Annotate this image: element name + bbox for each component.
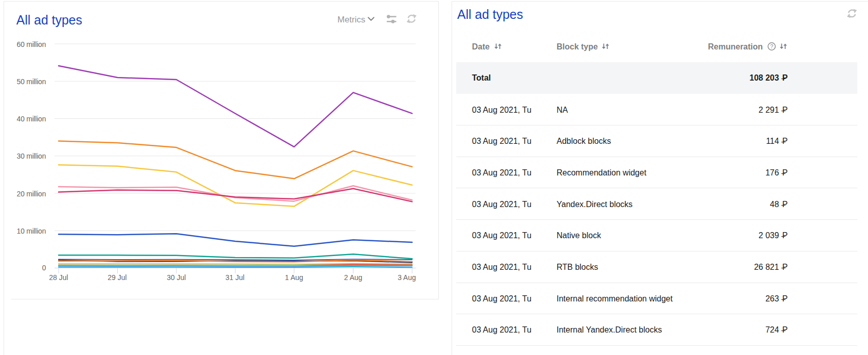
svg-text:?: ? — [770, 43, 773, 49]
